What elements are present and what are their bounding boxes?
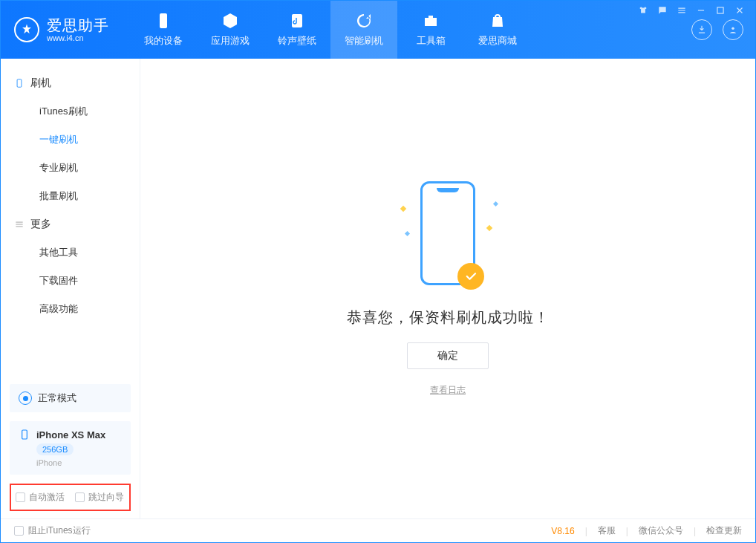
check-badge-icon [457, 263, 484, 290]
window-controls [638, 5, 745, 16]
music-icon [288, 12, 306, 30]
app-title: 爱思助手 [47, 17, 109, 33]
svg-rect-2 [160, 13, 167, 28]
sidebar-item-other[interactable]: 其他工具 [1, 238, 140, 267]
bag-icon [489, 12, 506, 30]
maximize-icon[interactable] [715, 5, 726, 16]
svg-rect-6 [22, 430, 27, 439]
checkbox-label: 跳过向导 [88, 491, 124, 504]
checkbox-skip-guide[interactable]: 跳过向导 [75, 491, 124, 504]
download-button[interactable] [691, 19, 712, 40]
view-log-link[interactable]: 查看日志 [430, 384, 466, 397]
tab-label: 爱思商城 [478, 34, 517, 48]
sidebar-item-advanced[interactable]: 高级功能 [1, 295, 140, 323]
phone-icon [154, 12, 172, 30]
refresh-icon [355, 12, 373, 30]
sidebar-item-itunes[interactable]: iTunes刷机 [1, 97, 140, 126]
phone-icon [19, 429, 30, 440]
app-url: www.i4.cn [47, 33, 109, 42]
tab-apps[interactable]: 应用游戏 [197, 1, 264, 59]
tab-label: 工具箱 [417, 34, 446, 48]
sidebar-group-flash: 刷机 [1, 69, 140, 97]
wechat-link[interactable]: 微信公众号 [639, 524, 683, 537]
body: 刷机 iTunes刷机 一键刷机 专业刷机 批量刷机 更多 其他工具 下载固件 … [1, 59, 755, 518]
mode-icon [19, 391, 32, 405]
svg-rect-0 [698, 10, 704, 10]
tab-label: 应用游戏 [211, 34, 250, 48]
tab-label: 我的设备 [144, 34, 183, 48]
checkbox-icon [16, 492, 25, 502]
device-info-card[interactable]: iPhone XS Max 256GB iPhone [10, 421, 131, 475]
tab-label: 铃声壁纸 [278, 34, 316, 48]
close-icon[interactable] [734, 5, 745, 16]
device-type: iPhone [36, 458, 62, 467]
user-button[interactable] [723, 19, 743, 40]
support-link[interactable]: 客服 [598, 524, 616, 537]
svg-rect-5 [17, 79, 22, 88]
sidebar-item-pro[interactable]: 专业刷机 [1, 154, 140, 182]
list-icon [14, 219, 25, 230]
group-label: 刷机 [30, 77, 51, 90]
main-tabs: 我的设备 应用游戏 铃声壁纸 智能刷机 工具箱 爱思商城 [130, 1, 531, 59]
checkbox-label: 自动激活 [29, 491, 65, 504]
tab-device[interactable]: 我的设备 [130, 1, 197, 59]
logo-icon [14, 17, 39, 42]
tab-tools[interactable]: 工具箱 [397, 1, 464, 59]
success-illustration [413, 181, 483, 293]
toolbox-icon [422, 12, 440, 30]
sidebar: 刷机 iTunes刷机 一键刷机 专业刷机 批量刷机 更多 其他工具 下载固件 … [1, 59, 140, 518]
tshirt-icon[interactable] [638, 5, 648, 16]
checkbox-block-itunes[interactable]: 阻止iTunes运行 [14, 524, 91, 537]
checkbox-label: 阻止iTunes运行 [28, 524, 91, 537]
sidebar-item-batch[interactable]: 批量刷机 [1, 182, 140, 210]
minimize-icon[interactable] [696, 5, 706, 16]
checkbox-icon [14, 526, 24, 536]
tab-flash[interactable]: 智能刷机 [330, 1, 397, 59]
tab-ring[interactable]: 铃声壁纸 [264, 1, 330, 59]
feedback-icon[interactable] [657, 5, 668, 16]
tab-store[interactable]: 爱思商城 [464, 1, 531, 59]
tab-label: 智能刷机 [345, 34, 383, 48]
update-link[interactable]: 检查更新 [706, 524, 742, 537]
menu-icon[interactable] [677, 5, 687, 16]
cube-icon [221, 12, 239, 30]
success-message: 恭喜您，保资料刷机成功啦！ [347, 308, 550, 328]
ok-button[interactable]: 确定 [407, 342, 489, 369]
options-highlight: 自动激活 跳过向导 [10, 484, 131, 511]
checkbox-icon [75, 492, 85, 502]
svg-rect-1 [717, 7, 723, 13]
sidebar-group-more: 更多 [1, 210, 140, 238]
main-panel: 恭喜您，保资料刷机成功啦！ 确定 查看日志 [140, 59, 755, 518]
svg-point-4 [731, 27, 734, 30]
sidebar-item-onekey[interactable]: 一键刷机 [1, 126, 140, 154]
version-label: V8.16 [551, 526, 574, 536]
checkbox-auto-activate[interactable]: 自动激活 [16, 491, 65, 504]
device-storage: 256GB [36, 443, 74, 455]
device-mode-card[interactable]: 正常模式 [10, 384, 131, 412]
mode-label: 正常模式 [38, 391, 76, 405]
device-icon [14, 78, 25, 88]
footer: 阻止iTunes运行 V8.16 | 客服 | 微信公众号 | 检查更新 [1, 518, 755, 542]
group-label: 更多 [30, 218, 51, 231]
logo: 爱思助手 www.i4.cn [1, 1, 123, 59]
device-name: iPhone XS Max [36, 429, 105, 440]
sidebar-item-download[interactable]: 下载固件 [1, 267, 140, 295]
